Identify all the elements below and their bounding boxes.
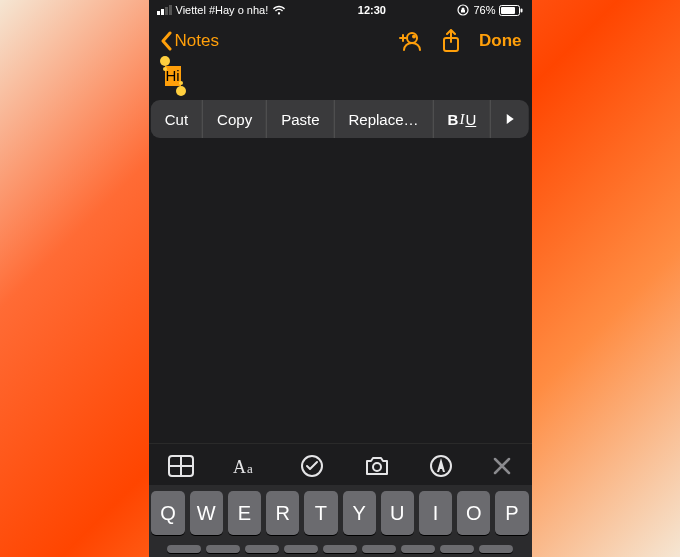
ctx-copy[interactable]: Copy [203, 100, 267, 138]
italic-icon: I [459, 111, 464, 128]
key-partial[interactable] [167, 545, 201, 553]
phone-screen: Viettel #Hay o nha! 12:30 76% Notes [149, 0, 532, 557]
ctx-paste[interactable]: Paste [267, 100, 334, 138]
key-i[interactable]: I [419, 491, 452, 535]
bold-icon: B [448, 111, 459, 128]
rotation-lock-icon [457, 4, 469, 16]
key-partial[interactable] [362, 545, 396, 553]
key-partial[interactable] [323, 545, 357, 553]
key-partial[interactable] [440, 545, 474, 553]
keyboard-row-1: Q W E R T Y U I O P [152, 491, 529, 535]
wifi-icon [272, 5, 286, 15]
add-person-button[interactable] [397, 30, 423, 52]
checklist-button[interactable] [300, 454, 324, 482]
selection-start-handle[interactable] [160, 56, 170, 66]
svg-point-13 [373, 463, 381, 471]
arrow-right-icon [505, 113, 515, 125]
status-bar: Viettel #Hay o nha! 12:30 76% [149, 0, 532, 20]
battery-pct-label: 76% [473, 4, 495, 16]
svg-rect-3 [521, 8, 523, 12]
done-button[interactable]: Done [479, 31, 522, 51]
selection-end-handle[interactable] [176, 86, 186, 96]
svg-rect-2 [501, 7, 515, 14]
context-menu: Cut Copy Paste Replace… B I U [151, 100, 529, 138]
key-w[interactable]: W [190, 491, 223, 535]
underline-icon: U [465, 111, 476, 128]
svg-text:a: a [247, 461, 253, 476]
keyboard-row-2-partial [152, 545, 529, 553]
key-t[interactable]: T [304, 491, 337, 535]
svg-text:A: A [233, 457, 246, 477]
selected-text[interactable]: Hi [165, 66, 181, 86]
key-partial[interactable] [284, 545, 318, 553]
carrier-label: Viettel #Hay o nha! [176, 4, 269, 16]
nav-right: Done [397, 29, 522, 53]
keyboard: Q W E R T Y U I O P [149, 485, 532, 557]
battery-icon [499, 5, 523, 16]
status-left: Viettel #Hay o nha! [157, 4, 287, 16]
key-r[interactable]: R [266, 491, 299, 535]
key-partial[interactable] [245, 545, 279, 553]
key-q[interactable]: Q [151, 491, 184, 535]
ctx-replace[interactable]: Replace… [335, 100, 434, 138]
back-label: Notes [175, 31, 219, 51]
key-o[interactable]: O [457, 491, 490, 535]
format-button[interactable]: Aa [233, 455, 261, 481]
ctx-more[interactable] [491, 100, 529, 138]
key-e[interactable]: E [228, 491, 261, 535]
table-button[interactable] [168, 455, 194, 481]
close-keyboard-button[interactable] [492, 456, 512, 480]
signal-icon [157, 5, 172, 15]
chevron-left-icon [159, 31, 173, 51]
key-y[interactable]: Y [343, 491, 376, 535]
key-partial[interactable] [401, 545, 435, 553]
key-partial[interactable] [206, 545, 240, 553]
key-u[interactable]: U [381, 491, 414, 535]
svg-point-4 [407, 33, 417, 43]
note-text: Hi [166, 67, 180, 84]
keyboard-toolbar: Aa [149, 443, 532, 491]
share-button[interactable] [441, 29, 461, 53]
nav-bar: Notes Done [149, 20, 532, 62]
camera-button[interactable] [364, 455, 390, 481]
key-p[interactable]: P [495, 491, 528, 535]
svg-point-5 [412, 35, 416, 39]
clock-label: 12:30 [358, 4, 386, 16]
markup-button[interactable] [429, 454, 453, 482]
status-right: 76% [457, 4, 523, 16]
ctx-biu[interactable]: B I U [434, 100, 492, 138]
ctx-cut[interactable]: Cut [151, 100, 203, 138]
key-partial[interactable] [479, 545, 513, 553]
back-button[interactable]: Notes [159, 31, 219, 51]
